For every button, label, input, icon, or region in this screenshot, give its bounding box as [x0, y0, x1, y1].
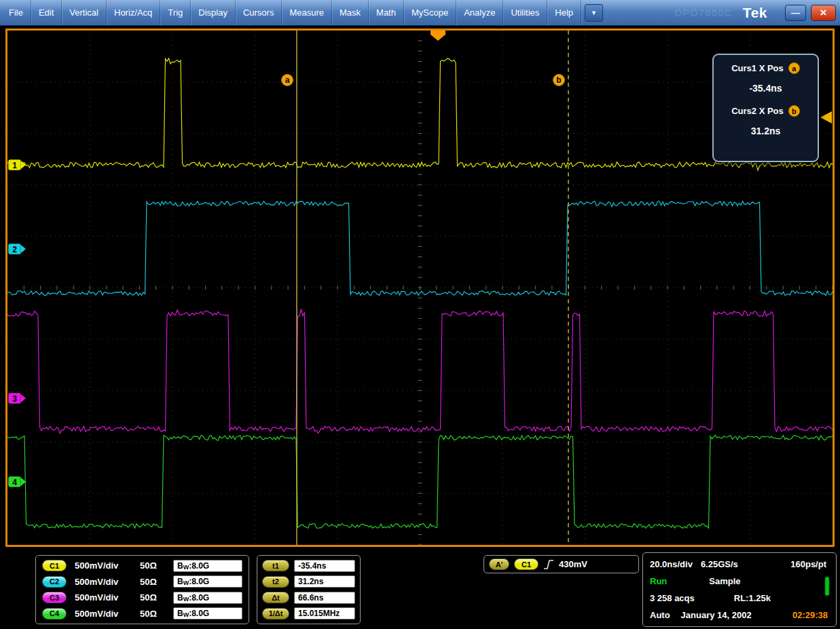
- menu-item-horiz-acq[interactable]: Horiz/Acq: [107, 0, 160, 26]
- menu-bar: FileEditVerticalHoriz/AcqTrigDisplayCurs…: [0, 0, 840, 26]
- model-watermark: DPO7000C: [674, 7, 732, 18]
- trigger-level-value: 430mV: [559, 559, 587, 569]
- menu-item-trig[interactable]: Trig: [160, 0, 191, 26]
- ch3-waveform[interactable]: [7, 309, 833, 434]
- menu-item-measure[interactable]: Measure: [282, 0, 332, 26]
- ch1-waveform[interactable]: [7, 58, 833, 170]
- trigger-level-arrow[interactable]: [820, 111, 832, 123]
- svg-text:3: 3: [12, 394, 17, 404]
- record-length: RL:1.25k: [734, 593, 771, 603]
- channel-row: C3500mV/div50ΩBW:8.0G: [42, 592, 242, 604]
- cursor-readout-badge-3[interactable]: Δt: [262, 592, 289, 603]
- bandwidth-subscript: W: [183, 596, 189, 603]
- channel-scale: 500mV/div: [75, 560, 140, 571]
- channel-2-marker[interactable]: 2: [8, 244, 26, 254]
- channel-badge-c3[interactable]: C3: [42, 592, 67, 603]
- svg-text:4: 4: [12, 478, 17, 487]
- cursor-b-badge: b: [788, 105, 800, 117]
- channel-badge-c4[interactable]: C4: [42, 608, 67, 620]
- menu-item-mask[interactable]: Mask: [332, 0, 369, 26]
- menu-item-file[interactable]: File: [1, 0, 31, 26]
- sample-resolution: 160ps/pt: [790, 559, 826, 569]
- date-display: January 14, 2002: [681, 610, 752, 620]
- menu-item-myscope[interactable]: MyScope: [404, 0, 456, 26]
- menu-item-utilities[interactable]: Utilities: [503, 0, 547, 26]
- channel-bandwidth: BW:8.0G: [173, 592, 242, 604]
- menu-dropdown-button[interactable]: ▼: [585, 4, 603, 22]
- cursor-a-badge: a: [788, 62, 800, 74]
- channel-1-marker[interactable]: 1: [8, 159, 26, 170]
- channel-scale: 500mV/div: [75, 609, 140, 619]
- channel-3-marker[interactable]: 3: [8, 393, 26, 404]
- channel-scale: 500mV/div: [75, 592, 140, 603]
- oscilloscope-screen: FileEditVerticalHoriz/AcqTrigDisplayCurs…: [0, 0, 840, 629]
- channel-row: C4500mV/div50ΩBW:8.0G: [42, 607, 242, 620]
- bandwidth-subscript: W: [183, 564, 189, 571]
- minimize-button[interactable]: —: [785, 5, 806, 21]
- svg-text:2: 2: [12, 245, 17, 254]
- menu-item-help[interactable]: Help: [547, 0, 581, 26]
- chevron-down-icon: ▼: [591, 9, 597, 16]
- cursor-readout-value-2[interactable]: 31.2ns: [294, 575, 355, 588]
- close-icon: ×: [820, 6, 827, 20]
- channel-4-marker[interactable]: 4: [8, 476, 26, 487]
- cursor-readout-badge-4[interactable]: 1/Δt: [262, 608, 289, 620]
- cursor-readout-box[interactable]: Curs1 X Pos a -35.4ns Curs2 X Pos b 31.2…: [712, 54, 819, 162]
- clock-display: 02:29:38: [792, 610, 828, 620]
- cursor-readout-row: t231.2ns: [262, 575, 355, 588]
- ch2-waveform[interactable]: [7, 202, 833, 296]
- cursor-readout-row: t1-35.4ns: [262, 560, 355, 572]
- horiz-row-datetime: Auto January 14, 2002 02:29:38: [650, 610, 829, 620]
- bandwidth-prefix: B: [177, 609, 183, 618]
- trigger-position-marker[interactable]: [431, 31, 445, 41]
- cursor-a-label[interactable]: a: [282, 75, 293, 86]
- channel-impedance: 50Ω: [140, 577, 172, 587]
- cursor-b-label[interactable]: b: [553, 75, 565, 86]
- menu-items: FileEditVerticalHoriz/AcqTrigDisplayCurs…: [1, 0, 581, 26]
- curs2-header: Curs2 X Pos b: [719, 105, 812, 117]
- waveform-display-area[interactable]: ab1234 Curs1 X Pos a -35.4ns Curs2 X Pos…: [5, 28, 835, 547]
- cursor-readout-value-1[interactable]: -35.4ns: [294, 560, 355, 572]
- menu-item-display[interactable]: Display: [191, 0, 236, 26]
- trigger-mode: Auto: [650, 610, 670, 620]
- menu-item-math[interactable]: Math: [369, 0, 404, 26]
- channel-badge-c2[interactable]: C2: [42, 576, 67, 588]
- horizontal-acq-panel: 20.0ns/div 6.25GS/s 160ps/pt Run Sample …: [642, 552, 837, 627]
- trigger-a-badge[interactable]: A': [489, 558, 509, 570]
- trigger-source-badge[interactable]: C1: [514, 558, 538, 570]
- sample-rate: 6.25GS/s: [701, 559, 738, 569]
- bandwidth-prefix: B: [177, 593, 183, 603]
- channel-impedance: 50Ω: [140, 592, 172, 603]
- curs2-label: Curs2 X Pos: [731, 106, 784, 116]
- channel-bandwidth: BW:8.0G: [173, 607, 242, 620]
- menu-item-analyze[interactable]: Analyze: [456, 0, 503, 26]
- horiz-row-scale: 20.0ns/div 6.25GS/s 160ps/pt: [650, 559, 829, 569]
- close-button[interactable]: ×: [811, 5, 836, 21]
- channels-panel: C1500mV/div50ΩBW:8.0GC2500mV/div50ΩBW:8.…: [35, 555, 249, 624]
- channel-scale: 500mV/div: [75, 577, 140, 587]
- cursor-readout-badge-2[interactable]: t2: [262, 576, 289, 588]
- curs1-header: Curs1 X Pos a: [719, 62, 812, 74]
- svg-text:a: a: [285, 75, 290, 85]
- cursor-readout-badge-1[interactable]: t1: [262, 560, 289, 571]
- channel-impedance: 50Ω: [140, 609, 172, 619]
- menu-item-vertical[interactable]: Vertical: [62, 0, 107, 26]
- horizontal-scale: 20.0ns/div: [650, 559, 693, 569]
- acquisition-count: 3 258 acqs: [650, 593, 695, 603]
- curs1-value: -35.4ns: [719, 83, 812, 94]
- cursor-readout-row: Δt66.6ns: [262, 592, 355, 604]
- bandwidth-subscript: W: [183, 579, 189, 586]
- cursor-readout-value-3[interactable]: 66.6ns: [294, 592, 355, 604]
- cursor-readout-row: 1/Δt15.015MHz: [262, 607, 355, 620]
- bandwidth-prefix: B: [177, 561, 183, 571]
- channel-badge-c1[interactable]: C1: [42, 560, 67, 571]
- menu-item-edit[interactable]: Edit: [31, 0, 62, 26]
- menu-item-cursors[interactable]: Cursors: [236, 0, 282, 26]
- channel-bandwidth: BW:8.0G: [173, 560, 242, 572]
- cursor-readout-value-4[interactable]: 15.015MHz: [294, 607, 355, 620]
- horiz-row-acq: Run Sample: [650, 576, 829, 586]
- trigger-panel: A' C1 430mV: [483, 555, 639, 573]
- svg-text:1: 1: [12, 161, 17, 170]
- channel-impedance: 50Ω: [140, 560, 172, 571]
- waveform-plot[interactable]: ab1234: [7, 31, 833, 545]
